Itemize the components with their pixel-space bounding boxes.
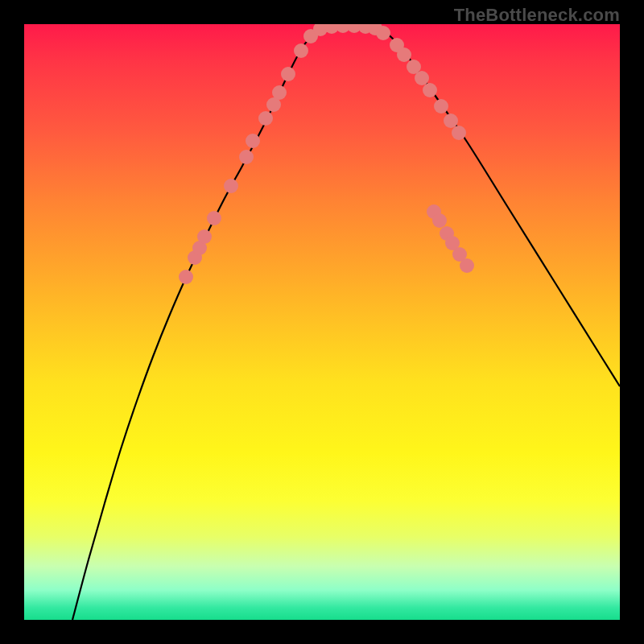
data-marker	[376, 26, 390, 40]
data-marker	[434, 99, 448, 114]
attribution-text: TheBottleneck.com	[454, 5, 620, 26]
data-marker	[397, 47, 411, 62]
data-marker	[224, 179, 238, 193]
data-marker	[246, 134, 260, 148]
data-marker	[415, 71, 429, 85]
data-marker	[179, 270, 193, 284]
data-marker	[281, 67, 295, 81]
data-marker	[197, 229, 212, 244]
data-marker	[258, 111, 273, 126]
marker-group	[179, 24, 474, 284]
data-marker	[207, 211, 221, 225]
bottleneck-curve	[72, 26, 620, 620]
data-marker	[423, 83, 437, 97]
data-marker	[460, 258, 474, 273]
chart-frame: TheBottleneck.com	[0, 0, 644, 644]
data-marker	[444, 114, 458, 128]
data-marker	[452, 126, 466, 140]
curve-svg	[24, 24, 620, 620]
data-marker	[239, 150, 254, 164]
data-marker	[432, 213, 447, 228]
data-marker	[294, 43, 308, 58]
plot-area	[24, 24, 620, 620]
data-marker	[272, 85, 287, 100]
